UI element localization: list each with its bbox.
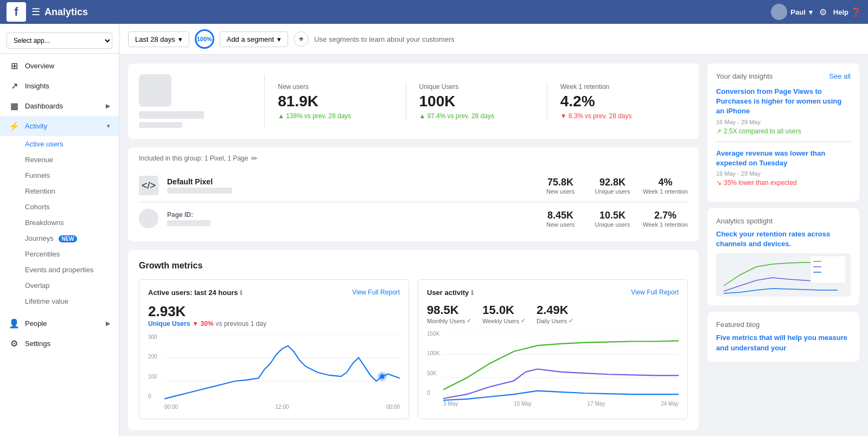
content-area: New users 81.9K ▲ 138% vs prev. 28 days … (119, 55, 868, 436)
pixel-icon: </> (139, 176, 158, 195)
svg-point-5 (380, 374, 385, 379)
spotlight-card: Analytics spotlight Check your retention… (707, 208, 859, 305)
new-users-change: ▲ 138% vs prev. 28 days (278, 112, 392, 120)
help-icon: ❓ (851, 7, 861, 17)
insight-date-2: 16 May - 29 May (716, 170, 851, 177)
page-unique-users: 10.5K Unique users (591, 210, 634, 228)
app-info (139, 74, 265, 128)
help-button[interactable]: Help ❓ (833, 7, 861, 17)
overview-icon: ⊞ (9, 61, 20, 71)
insight-divider (716, 142, 851, 142)
app-name (139, 111, 204, 119)
charts-grid: Active users: last 24 hours ℹ View Full … (139, 279, 688, 419)
edit-icon[interactable]: ✏ (251, 154, 258, 163)
segment-chevron: ▾ (277, 35, 281, 43)
retention-change: ▼ 8.3% vs prev. 28 days (560, 112, 675, 120)
nav-right: Paul ▾ ⚙ Help ❓ (771, 4, 861, 20)
sidebar-sub-retention[interactable]: Retention (0, 183, 119, 199)
info-icon-1[interactable]: ℹ (240, 289, 242, 297)
sidebar-item-dashboards[interactable]: ▦ Dashboards ▶ (0, 96, 119, 116)
sidebar-sub-revenue[interactable]: Revenue (0, 152, 119, 168)
sidebar: Select app... ⊞ Overview ↗ Insights ▦ Da… (0, 24, 119, 436)
menu-icon[interactable]: ☰ (31, 6, 40, 18)
insight-metric-1: ↗ 2.5X compared to all users (716, 127, 851, 135)
main-panel: New users 81.9K ▲ 138% vs prev. 28 days … (128, 63, 699, 430)
group-header: Included in this group: 1 Pixel, 1 Page … (139, 154, 688, 163)
pixel-unique-users: 92.8K Unique users (591, 177, 634, 195)
chart-area-2: 150K100K50K0 (427, 331, 679, 407)
settings-icon: ⚙ (9, 338, 20, 349)
up-arrow: ▲ (278, 112, 284, 120)
active-users-value: 2.93K (148, 303, 400, 320)
add-segment-button[interactable]: Add a segment ▾ (220, 31, 288, 47)
avatar (771, 4, 787, 20)
sidebar-sub-active-users[interactable]: Active users (0, 136, 119, 152)
add-segment-label: Add a segment (227, 35, 274, 43)
top-nav: f ☰ Analytics Paul ▾ ⚙ Help ❓ (0, 0, 868, 24)
y-axis-2: 150K100K50K0 (427, 331, 443, 396)
toolbar: Last 28 days ▾ 100% Add a segment ▾ + Us… (119, 24, 868, 55)
see-all-button[interactable]: See all (829, 72, 851, 80)
people-icon: 👤 (9, 318, 20, 329)
active-users-chart: Active users: last 24 hours ℹ View Full … (139, 279, 409, 419)
page-retention: 2.7% Week 1 retention (643, 210, 688, 228)
pixel-row: </> Default Pixel 75.8K New users 92.8K … (139, 169, 688, 202)
sidebar-sub-funnels[interactable]: Funnels (0, 168, 119, 183)
sidebar-sub-breakdowns[interactable]: Breakdowns (0, 215, 119, 230)
activity-chevron: ▾ (107, 123, 110, 130)
sidebar-sub-lifetime[interactable]: Lifetime value (0, 293, 119, 309)
sidebar-dropdown[interactable]: Select app... (0, 28, 119, 54)
sidebar-item-people[interactable]: 👤 People ▶ (0, 313, 119, 334)
help-label: Help (833, 8, 848, 16)
weekly-stat: 15.0K Weekly Users ✓ (482, 303, 526, 324)
sidebar-sub-events[interactable]: Events and properties (0, 262, 119, 278)
insight-date-1: 16 May - 29 May (716, 119, 851, 125)
insight-item-2: Average revenue was lower than expected … (716, 149, 851, 187)
people-chevron: ▶ (106, 320, 110, 327)
stats-header: New users 81.9K ▲ 138% vs prev. 28 days … (128, 63, 699, 139)
monthly-stat: 98.5K Monthly Users ✓ (427, 303, 471, 324)
x-axis-2: 3 May10 May17 May24 May (443, 401, 679, 407)
featured-link[interactable]: Five metrics that will help you measure … (716, 334, 847, 351)
trend-up-icon: ↗ (716, 127, 722, 135)
spotlight-title: Analytics spotlight (716, 217, 851, 225)
trend-down-icon: ↘ (716, 179, 722, 187)
insights-card: Your daily insights See all Conversion f… (707, 63, 859, 202)
insights-header: Your daily insights See all (716, 72, 851, 80)
right-panel: Your daily insights See all Conversion f… (707, 63, 859, 430)
gear-icon[interactable]: ⚙ (819, 7, 827, 17)
chart-header-1: Active users: last 24 hours ℹ View Full … (148, 288, 400, 297)
sidebar-sub-percentiles[interactable]: Percentiles (0, 246, 119, 262)
sidebar-item-insights[interactable]: ↗ Insights (0, 76, 119, 96)
insight-link-1[interactable]: Conversion from Page Views to Purchases … (716, 87, 851, 117)
featured-title: Featured blog (716, 320, 851, 329)
daily-stat: 2.49K Daily Users ✓ (537, 303, 573, 324)
app-selector[interactable]: Select app... (7, 33, 112, 49)
view-full-1[interactable]: View Full Report (352, 288, 400, 296)
spotlight-link[interactable]: Check your retention rates across channe… (716, 229, 851, 249)
view-full-2[interactable]: View Full Report (631, 288, 679, 296)
sidebar-sub-journeys[interactable]: Journeys NEW (0, 230, 119, 246)
chart-sub-1: Unique Users ▼ 30% vs previous 1 day (148, 320, 400, 328)
date-range-label: Last 28 days (135, 35, 175, 43)
segment-hint: Use segments to learn about your custome… (314, 35, 455, 43)
line-chart-1 (164, 334, 400, 405)
sidebar-sub-overlap[interactable]: Overlap (0, 278, 119, 293)
sidebar-item-settings[interactable]: ⚙ Settings (0, 334, 119, 354)
date-selector[interactable]: Last 28 days ▾ (128, 31, 189, 47)
sidebar-sub-cohorts[interactable]: Cohorts (0, 199, 119, 215)
line-chart-2 (443, 331, 679, 401)
insight-link-2[interactable]: Average revenue was lower than expected … (716, 149, 851, 168)
user-section[interactable]: Paul ▾ (771, 4, 812, 20)
down-arrow: ▼ (560, 112, 567, 120)
dashboards-chevron: ▶ (106, 102, 110, 110)
page-new-users: 8.45K New users (539, 210, 582, 228)
stat-retention: Week 1 retention 4.2% ▼ 8.3% vs prev. 28… (547, 83, 688, 120)
plus-button[interactable]: + (293, 31, 309, 47)
sidebar-item-activity[interactable]: ⚡ Activity ▾ (0, 116, 119, 136)
fb-logo: f (7, 2, 26, 22)
pixel-info: Default Pixel (167, 177, 530, 194)
info-icon-2[interactable]: ℹ (471, 289, 474, 297)
sidebar-item-overview[interactable]: ⊞ Overview (0, 56, 119, 76)
activity-icon: ⚡ (9, 121, 20, 131)
